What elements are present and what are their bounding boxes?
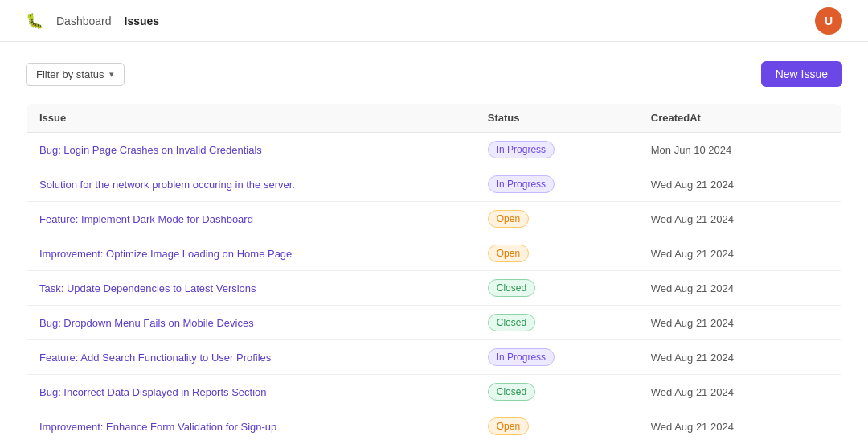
issue-status-cell: Open (475, 202, 638, 236)
issue-title-cell: Feature: Add Search Functionality to Use… (27, 340, 475, 375)
issue-date-cell: Wed Aug 21 2024 (638, 236, 842, 271)
issue-title-cell: Solution for the network problem occurin… (27, 167, 475, 202)
issue-status-cell: Open (475, 236, 638, 271)
issue-link[interactable]: Bug: Login Page Crashes on Invalid Crede… (39, 144, 262, 156)
issue-status-cell: In Progress (475, 133, 638, 167)
issue-date-cell: Wed Aug 21 2024 (638, 340, 842, 375)
table-row: Task: Update Dependencies to Latest Vers… (27, 271, 842, 306)
table-row: Improvement: Optimize Image Loading on H… (27, 236, 842, 271)
status-badge: Closed (488, 279, 535, 297)
col-header-issue: Issue (27, 104, 475, 133)
filter-status-button[interactable]: Filter by status ▾ (26, 63, 125, 86)
issue-link[interactable]: Bug: Dropdown Menu Fails on Mobile Devic… (39, 317, 254, 329)
issue-title-cell: Improvement: Optimize Image Loading on H… (27, 236, 475, 271)
col-header-status: Status (475, 104, 638, 133)
table-row: Improvement: Enhance Form Validation for… (27, 409, 842, 441)
issues-table: Issue Status CreatedAt Bug: Login Page C… (26, 103, 842, 440)
toolbar: Filter by status ▾ New Issue (26, 61, 842, 87)
issue-title-cell: Bug: Login Page Crashes on Invalid Crede… (27, 133, 475, 167)
issue-date-cell: Wed Aug 21 2024 (638, 271, 842, 306)
filter-label: Filter by status (36, 68, 104, 80)
status-badge: Open (488, 417, 529, 435)
issue-link[interactable]: Task: Update Dependencies to Latest Vers… (39, 282, 256, 294)
issue-link[interactable]: Improvement: Enhance Form Validation for… (39, 421, 276, 433)
issue-title-cell: Bug: Incorrect Data Displayed in Reports… (27, 375, 475, 409)
table-body: Bug: Login Page Crashes on Invalid Crede… (27, 133, 842, 441)
status-badge: Open (488, 245, 529, 262)
header: 🐛 Dashboard Issues U (0, 0, 868, 42)
issue-title-cell: Bug: Dropdown Menu Fails on Mobile Devic… (27, 306, 475, 340)
chevron-down-icon: ▾ (109, 69, 114, 80)
status-badge: In Progress (488, 141, 555, 158)
status-badge: In Progress (488, 175, 555, 193)
new-issue-button[interactable]: New Issue (761, 61, 842, 87)
nav-issues[interactable]: Issues (125, 14, 160, 27)
table-row: Bug: Dropdown Menu Fails on Mobile Devic… (27, 306, 842, 340)
issue-link[interactable]: Feature: Add Search Functionality to Use… (39, 352, 271, 364)
issue-link[interactable]: Improvement: Optimize Image Loading on H… (39, 248, 292, 260)
header-left: 🐛 Dashboard Issues (26, 12, 159, 30)
issue-date-cell: Wed Aug 21 2024 (638, 409, 842, 441)
issue-date-cell: Wed Aug 21 2024 (638, 375, 842, 409)
issue-link[interactable]: Solution for the network problem occurin… (39, 179, 295, 191)
table-row: Feature: Add Search Functionality to Use… (27, 340, 842, 375)
col-header-created: CreatedAt (638, 104, 842, 133)
table-row: Solution for the network problem occurin… (27, 167, 842, 202)
avatar[interactable]: U (815, 7, 842, 35)
issue-status-cell: Open (475, 409, 638, 441)
issue-status-cell: Closed (475, 375, 638, 409)
table-row: Bug: Incorrect Data Displayed in Reports… (27, 375, 842, 409)
issue-title-cell: Task: Update Dependencies to Latest Vers… (27, 271, 475, 306)
table-row: Bug: Login Page Crashes on Invalid Crede… (27, 133, 842, 167)
status-badge: Closed (488, 383, 535, 401)
table-header: Issue Status CreatedAt (27, 104, 842, 133)
nav-dashboard[interactable]: Dashboard (56, 14, 112, 27)
issue-status-cell: In Progress (475, 340, 638, 375)
issue-title-cell: Feature: Implement Dark Mode for Dashboa… (27, 202, 475, 236)
table-row: Feature: Implement Dark Mode for Dashboa… (27, 202, 842, 236)
issue-date-cell: Mon Jun 10 2024 (638, 133, 842, 167)
main-content: Filter by status ▾ New Issue Issue Statu… (0, 42, 868, 440)
logo: 🐛 (26, 12, 43, 30)
status-badge: Open (488, 210, 529, 228)
issue-title-cell: Improvement: Enhance Form Validation for… (27, 409, 475, 441)
issue-status-cell: Closed (475, 271, 638, 306)
bug-icon: 🐛 (26, 12, 43, 30)
status-badge: In Progress (488, 348, 555, 366)
issue-status-cell: Closed (475, 306, 638, 340)
issue-link[interactable]: Bug: Incorrect Data Displayed in Reports… (39, 386, 267, 398)
status-badge: Closed (488, 314, 535, 331)
issue-status-cell: In Progress (475, 167, 638, 202)
issue-link[interactable]: Feature: Implement Dark Mode for Dashboa… (39, 213, 253, 225)
issue-date-cell: Wed Aug 21 2024 (638, 167, 842, 202)
issue-date-cell: Wed Aug 21 2024 (638, 306, 842, 340)
issue-date-cell: Wed Aug 21 2024 (638, 202, 842, 236)
